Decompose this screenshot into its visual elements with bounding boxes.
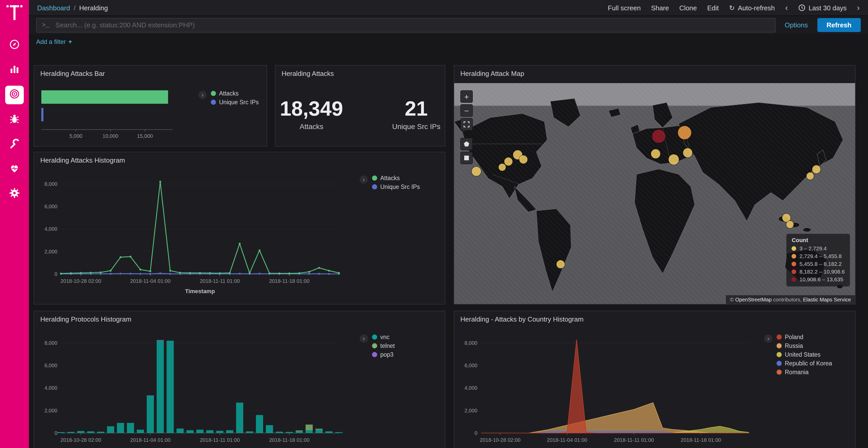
rectangle-draw-icon[interactable] <box>460 152 473 164</box>
search-box[interactable]: >_ <box>36 18 776 32</box>
zoom-out-button[interactable]: − <box>460 104 473 117</box>
legend-toggle-icon[interactable]: › <box>764 335 772 343</box>
map-marker[interactable] <box>519 155 528 163</box>
auto-refresh-button[interactable]: ↻ Auto-refresh <box>729 4 775 12</box>
svg-text:2018-11-11 01:00: 2018-11-11 01:00 <box>614 437 654 443</box>
sidebar-item-charts[interactable] <box>5 61 24 79</box>
sidebar-item-compass[interactable] <box>5 36 24 55</box>
breadcrumb: Dashboard / Heralding <box>37 4 108 12</box>
sidebar-item-attack-dashboard[interactable] <box>5 86 24 104</box>
map-marker[interactable] <box>651 149 660 159</box>
legend-item[interactable]: Attacks <box>211 90 258 97</box>
app-root: Dashboard / Heralding Full screen Share … <box>0 0 868 448</box>
chart-svg: 02,0004,0006,0008,0002018-10-28 02:00201… <box>456 329 756 448</box>
svg-text:2018-11-11 01:00: 2018-11-11 01:00 <box>200 437 240 443</box>
legend-toggle-icon[interactable]: › <box>198 91 207 99</box>
legend-item[interactable]: Russia <box>777 343 832 349</box>
clock-icon <box>798 4 805 12</box>
attack-map[interactable]: + − Count 3 – 2,729.42,729.4 – 5,455.85,… <box>454 83 855 304</box>
svg-text:2018-11-04 01:00: 2018-11-04 01:00 <box>130 437 170 443</box>
map-marker[interactable] <box>504 158 513 166</box>
legend-item[interactable]: vnc <box>372 334 395 340</box>
map-marker[interactable] <box>786 221 794 228</box>
legend-item[interactable]: Attacks <box>372 175 420 181</box>
panel-title[interactable]: Heralding Attack Map <box>454 66 855 81</box>
fit-bounds-icon[interactable] <box>460 118 473 131</box>
sidebar-item-honeypot[interactable] <box>5 110 24 129</box>
elastic-maps-link[interactable]: Elastic Maps Service <box>803 297 851 303</box>
legend-item[interactable]: Unique Src IPs <box>372 184 420 190</box>
share-button[interactable]: Share <box>651 4 669 12</box>
svg-text:5,000: 5,000 <box>69 133 83 139</box>
protocols-histogram-chart[interactable]: 02,0004,0006,0008,0002018-10-28 02:00201… <box>36 329 346 448</box>
map-marker[interactable] <box>471 167 481 176</box>
zoom-in-button[interactable]: + <box>460 90 473 103</box>
legend-item[interactable]: telnet <box>372 343 395 349</box>
time-range-picker[interactable]: Last 30 days <box>798 4 846 12</box>
sidebar-item-settings[interactable] <box>5 185 24 203</box>
map-marker[interactable] <box>678 126 691 140</box>
attacks-histogram-legend: ›AttacksUnique Src IPs <box>360 175 420 190</box>
map-marker[interactable] <box>499 163 506 171</box>
compass-icon <box>8 38 21 53</box>
svg-text:2,000: 2,000 <box>44 408 57 413</box>
attacks-bar-chart[interactable]: 5,00010,00015,000 <box>39 85 194 143</box>
legend-toggle-icon[interactable]: › <box>360 175 368 184</box>
full-screen-button[interactable]: Full screen <box>608 4 641 12</box>
legend-item[interactable]: Poland <box>777 334 832 340</box>
panel-title[interactable]: Heralding Attacks Bar <box>34 66 267 81</box>
refresh-button[interactable]: Refresh <box>817 18 861 32</box>
map-count-legend[interactable]: Count 3 – 2,729.42,729.4 – 5,455.85,455.… <box>786 234 850 286</box>
svg-text:Timestamp: Timestamp <box>600 447 630 448</box>
clone-button[interactable]: Clone <box>679 4 697 12</box>
country-histogram-chart[interactable]: 02,0004,0006,0008,0002018-10-28 02:00201… <box>456 329 756 448</box>
search-input[interactable] <box>55 21 770 29</box>
breadcrumb-dashboard[interactable]: Dashboard <box>37 4 70 12</box>
sidebar <box>0 0 29 448</box>
edit-button[interactable]: Edit <box>707 4 719 12</box>
legend-item[interactable]: United States <box>777 351 832 358</box>
telekom-logo[interactable] <box>6 4 23 24</box>
filter-bar: Add a filter + <box>29 34 868 49</box>
panel-heralding-attacks-metric: Heralding Attacks 18,349 Attacks 21 Uniq… <box>275 65 445 146</box>
map-marker[interactable] <box>812 165 820 173</box>
attacks-histogram-chart[interactable]: 02,0004,0006,0008,0002018-10-28 02:00201… <box>36 170 346 303</box>
svg-text:6,000: 6,000 <box>44 204 57 209</box>
map-marker[interactable] <box>669 154 679 164</box>
panel-title[interactable]: Heralding Attacks Histogram <box>34 152 445 168</box>
time-back-chevron[interactable]: ‹ <box>785 4 788 12</box>
map-marker[interactable] <box>556 260 564 268</box>
panel-title[interactable]: Heralding Protocols Histogram <box>34 311 445 327</box>
svg-text:15,000: 15,000 <box>137 133 153 139</box>
heartbeat-icon <box>8 162 21 176</box>
legend-item[interactable]: Republic of Korea <box>777 360 832 367</box>
metric-value: 21 <box>392 97 440 120</box>
add-filter-link[interactable]: Add a filter <box>36 38 66 45</box>
options-link[interactable]: Options <box>785 21 808 29</box>
openstreetmap-link[interactable]: OpenStreetMap <box>735 297 772 303</box>
refresh-cycle-icon: ↻ <box>729 4 735 12</box>
time-forward-chevron[interactable]: › <box>857 4 860 12</box>
legend-item[interactable]: Romania <box>777 369 832 375</box>
map-legend-row: 3 – 2,729.4 <box>792 245 845 251</box>
svg-text:2018-11-04 01:00: 2018-11-04 01:00 <box>547 437 587 443</box>
panel-title[interactable]: Heralding Attacks <box>275 66 445 81</box>
sidebar-item-tools[interactable] <box>5 135 24 154</box>
map-marker[interactable] <box>652 129 665 143</box>
svg-text:2018-11-18 01:00: 2018-11-18 01:00 <box>269 437 309 443</box>
panel-heralding-attack-map: Heralding Attack Map <box>454 65 856 305</box>
map-legend-title: Count <box>792 237 845 243</box>
legend-item[interactable]: Unique Src IPs <box>211 99 258 105</box>
legend-toggle-icon[interactable]: › <box>360 335 368 343</box>
svg-text:2018-10-28 02:00: 2018-10-28 02:00 <box>480 437 521 443</box>
svg-text:0: 0 <box>55 271 57 277</box>
svg-text:6,000: 6,000 <box>464 363 477 368</box>
panel-title[interactable]: Heralding - Attacks by Country Histogram <box>454 311 855 327</box>
map-marker[interactable] <box>683 148 692 158</box>
sidebar-item-health[interactable] <box>5 160 24 179</box>
polygon-draw-icon[interactable] <box>460 138 473 150</box>
map-marker[interactable] <box>807 172 814 180</box>
metric-attacks: 18,349 Attacks <box>280 97 343 131</box>
add-filter-plus-icon[interactable]: + <box>68 38 72 45</box>
legend-item[interactable]: pop3 <box>372 351 395 358</box>
